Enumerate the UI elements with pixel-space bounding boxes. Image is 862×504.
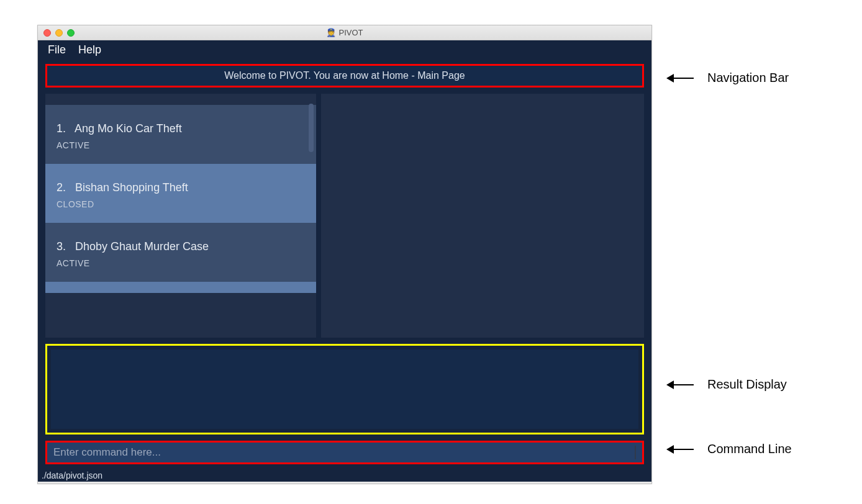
window-title-text: PIVOT	[338, 28, 363, 37]
annotation-navbar: Navigation Bar	[668, 71, 789, 85]
case-index: 2.	[57, 181, 66, 194]
middle-area: 1. Ang Mo Kio Car Theft ACTIVE 2. Bishan…	[45, 94, 644, 338]
command-line	[45, 441, 644, 464]
annotation-label: Result Display	[707, 377, 787, 392]
arrow-left-icon	[668, 449, 694, 450]
case-index: 3.	[57, 240, 66, 253]
case-list: 1. Ang Mo Kio Car Theft ACTIVE 2. Bishan…	[45, 105, 316, 293]
titlebar: 👮PIVOT	[38, 25, 651, 40]
result-display-inner	[51, 349, 638, 429]
status-strip: ./data/pivot.json	[38, 469, 651, 482]
case-item[interactable]: 1. Ang Mo Kio Car Theft ACTIVE	[45, 105, 316, 164]
annotation-label: Navigation Bar	[707, 71, 789, 85]
case-title: 3. Dhoby Ghaut Murder Case	[57, 240, 305, 253]
app-chrome: File Help Welcome to PIVOT. You are now …	[38, 40, 651, 482]
case-name: Dhoby Ghaut Murder Case	[75, 240, 209, 253]
detail-pane	[321, 94, 644, 338]
annotation-result: Result Display	[668, 377, 787, 392]
case-status: ACTIVE	[57, 258, 305, 268]
menubar: File Help	[38, 40, 651, 59]
app-icon: 👮	[326, 28, 336, 37]
case-item[interactable]: 3. Dhoby Ghaut Murder Case ACTIVE	[45, 223, 316, 282]
page-body: Welcome to PIVOT. You are now at Home - …	[38, 59, 651, 469]
case-list-panel: 1. Ang Mo Kio Car Theft ACTIVE 2. Bishan…	[45, 94, 316, 338]
application-window: 👮PIVOT File Help Welcome to PIVOT. You a…	[37, 25, 652, 484]
arrow-left-icon	[668, 78, 694, 79]
arrow-left-icon	[668, 384, 694, 385]
case-name: Ang Mo Kio Car Theft	[75, 122, 182, 135]
case-status: ACTIVE	[57, 140, 305, 150]
navigation-bar: Welcome to PIVOT. You are now at Home - …	[45, 64, 644, 88]
scrollbar-thumb[interactable]	[309, 104, 314, 152]
annotation-label: Command Line	[707, 442, 792, 456]
case-name: Bishan Shopping Theft	[75, 181, 188, 194]
case-title: 2. Bishan Shopping Theft	[57, 181, 305, 194]
navigation-message: Welcome to PIVOT. You are now at Home - …	[224, 70, 465, 81]
case-title: 1. Ang Mo Kio Car Theft	[57, 122, 305, 135]
menu-file[interactable]: File	[48, 43, 66, 56]
status-path: ./data/pivot.json	[42, 470, 102, 480]
annotation-command: Command Line	[668, 442, 792, 456]
text-cursor-icon	[635, 446, 636, 459]
case-status: CLOSED	[57, 199, 305, 209]
case-item[interactable]: 2. Bishan Shopping Theft CLOSED	[45, 164, 316, 223]
case-item-peek[interactable]	[45, 282, 316, 293]
case-index: 1.	[57, 122, 66, 135]
window-title: 👮PIVOT	[38, 28, 651, 37]
menu-help[interactable]: Help	[78, 43, 101, 56]
command-input[interactable]	[53, 446, 635, 459]
result-display	[45, 344, 644, 434]
